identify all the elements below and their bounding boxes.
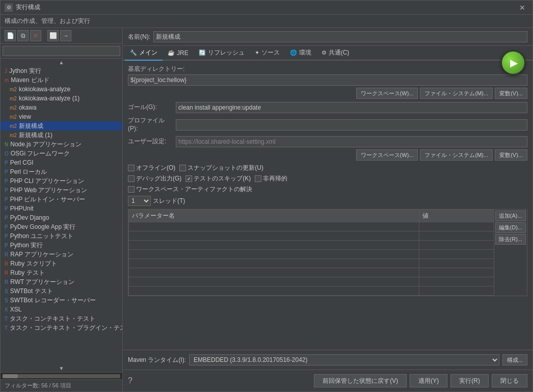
tree-item-phpunit[interactable]: P PHPUnit bbox=[1, 204, 122, 213]
tree-item-pydev-google[interactable]: P PyDev Google App 実行 bbox=[1, 222, 122, 231]
copy-config-button[interactable]: ⧉ bbox=[17, 30, 29, 41]
tab-source[interactable]: ✦ ソース bbox=[250, 46, 285, 61]
refresh-tab-icon: 🔄 bbox=[199, 49, 206, 56]
tree-item-python-unit[interactable]: P Python ユニットテスト bbox=[1, 231, 122, 241]
search-input[interactable] bbox=[3, 46, 120, 56]
add-param-button[interactable]: 追加(A)... bbox=[495, 211, 526, 221]
tree-item-xsl[interactable]: X XSL bbox=[1, 305, 122, 314]
configure-runtime-button[interactable]: 構成... bbox=[502, 354, 527, 365]
tree-item-kokiokawa[interactable]: m2 kokiokawa-analyze bbox=[1, 85, 122, 94]
tree-item-nodejs[interactable]: N Node.js アプリケーション bbox=[1, 140, 122, 149]
debug-cb[interactable] bbox=[128, 175, 135, 182]
tree-item-python-run[interactable]: P Python 実行 bbox=[1, 241, 122, 250]
help-icon[interactable]: ? bbox=[128, 376, 132, 385]
param-name-cell[interactable] bbox=[129, 241, 419, 250]
skip-tests-cb[interactable] bbox=[185, 175, 192, 182]
non-recursive-checkbox[interactable]: 非再帰的 bbox=[255, 174, 287, 183]
tree-item-pydev-django[interactable]: P PyDev Django bbox=[1, 213, 122, 222]
tree-item-new-config-1[interactable]: m2 新規構成 (1) bbox=[1, 130, 122, 140]
debug-output-checkbox[interactable]: デバッグ出力(G) bbox=[128, 174, 181, 183]
snapshot-update-checkbox[interactable]: スナップショットの更新(U) bbox=[179, 164, 263, 172]
thread-select[interactable]: 1 2 4 bbox=[128, 196, 151, 206]
tree-item-task-context-plugin[interactable]: T タスク・コンテキスト・プラグイン・テスト bbox=[1, 323, 122, 332]
tree-item-task-context[interactable]: T タスク・コンテキスト・テスト bbox=[1, 314, 122, 323]
offline-cb[interactable] bbox=[128, 165, 135, 171]
tree-item-swtbot[interactable]: S SWTBot テスト bbox=[1, 286, 122, 296]
tree-scroll-up[interactable]: ▲ bbox=[1, 59, 122, 66]
remove-param-button[interactable]: 除去(R)... bbox=[495, 234, 526, 245]
workspace-artifacts-cb[interactable] bbox=[128, 186, 135, 193]
param-value-cell[interactable] bbox=[419, 277, 494, 286]
skip-tests-checkbox[interactable]: テストのスキップ(K) bbox=[185, 174, 251, 183]
variables-btn-2[interactable]: 変数(V)... bbox=[495, 149, 527, 161]
param-name-cell[interactable] bbox=[129, 222, 419, 231]
close-window-button[interactable]: ✕ bbox=[516, 3, 528, 13]
tree-item-new-config[interactable]: m2 新規構成 bbox=[1, 121, 122, 130]
param-value-cell[interactable] bbox=[419, 222, 494, 231]
run-circle-button[interactable] bbox=[501, 50, 525, 75]
new-config-button[interactable]: 📄 bbox=[5, 30, 16, 41]
tree-item-ruby-script[interactable]: R Ruby スクリプト bbox=[1, 259, 122, 268]
filesystem-btn-2[interactable]: ファイル・システム(M)... bbox=[420, 149, 493, 161]
tree-item-perl-local[interactable]: P Perl ローカル bbox=[1, 167, 122, 176]
tree-item-ruby-test[interactable]: R Ruby テスト bbox=[1, 268, 122, 277]
tab-refresh[interactable]: 🔄 リフレッシュ bbox=[194, 46, 250, 61]
tree-scrollbar-h[interactable] bbox=[1, 372, 122, 379]
variables-btn-1[interactable]: 変数(V)... bbox=[495, 88, 527, 99]
profile-input[interactable] bbox=[176, 119, 527, 130]
tree-item-view[interactable]: m2 view bbox=[1, 112, 122, 121]
param-value-cell[interactable] bbox=[419, 250, 494, 259]
revert-button[interactable]: 前回保管した状態に戻す(V) bbox=[314, 374, 407, 387]
param-value-cell[interactable] bbox=[419, 231, 494, 241]
tree-item-rwt[interactable]: R RWT アプリケーション bbox=[1, 277, 122, 286]
tree-item-perl-cgi[interactable]: P Perl CGI bbox=[1, 158, 122, 167]
tab-jre[interactable]: ☕ JRE bbox=[163, 46, 194, 61]
tree-item-php-builtin[interactable]: P PHP ビルトイン・サーバー bbox=[1, 195, 122, 204]
name-input[interactable] bbox=[153, 31, 527, 42]
close-button[interactable]: 閉じる bbox=[492, 374, 527, 387]
tree-item-label: Node.js アプリケーション bbox=[10, 140, 82, 149]
export-config-button[interactable]: ⬜ bbox=[47, 30, 59, 41]
snapshot-cb[interactable] bbox=[179, 165, 186, 171]
tree-item-swtbot-recorder[interactable]: S SWTBot レコーダー・サーバー bbox=[1, 296, 122, 305]
tree-item-kokiokawa-1[interactable]: m2 kokiokawa-analyze (1) bbox=[1, 94, 122, 103]
param-value-cell[interactable] bbox=[419, 268, 494, 277]
delete-config-button[interactable]: ✕ bbox=[30, 30, 41, 41]
tab-env[interactable]: 🌐 環境 bbox=[285, 46, 316, 61]
xsl-icon: X bbox=[5, 307, 8, 312]
tree-item-jython[interactable]: J Jython 実行 bbox=[1, 66, 122, 75]
apply-button[interactable]: 適用(Y) bbox=[410, 374, 447, 387]
param-name-cell[interactable] bbox=[129, 286, 419, 296]
tree-item-osgi[interactable]: O OSGi フレームワーク bbox=[1, 149, 122, 158]
run-button[interactable]: 実行(R) bbox=[450, 374, 489, 387]
tab-main[interactable]: 🔧 メイン bbox=[125, 46, 163, 61]
workspace-btn-1[interactable]: ワークスペース(W)... bbox=[356, 88, 418, 99]
offline-checkbox[interactable]: オフライン(O) bbox=[128, 164, 175, 172]
params-table-container: パラメーター名 値 bbox=[128, 209, 527, 296]
edit-param-button[interactable]: 編集(D)... bbox=[495, 222, 526, 233]
tree-scroll-down[interactable]: ▼ bbox=[1, 364, 122, 372]
param-name-cell[interactable] bbox=[129, 231, 419, 241]
tab-common[interactable]: ⚙ 共通(C) bbox=[316, 46, 355, 61]
param-name-cell[interactable] bbox=[129, 268, 419, 277]
tree-item-rap[interactable]: R RAP アプリケーション bbox=[1, 250, 122, 259]
param-value-cell[interactable] bbox=[419, 286, 494, 296]
tree-item-okawa[interactable]: m2 okawa bbox=[1, 103, 122, 112]
workspace-artifacts-checkbox[interactable]: ワークスペース・アーティファクトの解決 bbox=[128, 185, 252, 194]
tree-item-php-cli[interactable]: P PHP CLI アプリケーション bbox=[1, 176, 122, 186]
goal-input[interactable] bbox=[176, 102, 527, 113]
tree-item-php-web[interactable]: P PHP Web アプリケーション bbox=[1, 186, 122, 195]
param-value-cell[interactable] bbox=[419, 241, 494, 250]
workspace-btn-2[interactable]: ワークスペース(W)... bbox=[356, 149, 418, 161]
tree-item-maven[interactable]: m Maven ビルド bbox=[1, 75, 122, 85]
base-dir-input[interactable] bbox=[128, 74, 527, 86]
arrow-config-button[interactable]: → bbox=[60, 30, 71, 41]
user-settings-input[interactable] bbox=[176, 136, 527, 147]
param-name-cell[interactable] bbox=[129, 250, 419, 259]
filesystem-btn-1[interactable]: ファイル・システム(M)... bbox=[420, 88, 493, 99]
param-value-cell[interactable] bbox=[419, 259, 494, 268]
param-name-cell[interactable] bbox=[129, 259, 419, 268]
runtime-select[interactable]: EMBEDDED (3.3.9/1.8.0.20170516-2042) bbox=[189, 354, 499, 365]
param-name-cell[interactable] bbox=[129, 277, 419, 286]
non-recursive-cb[interactable] bbox=[255, 175, 261, 182]
